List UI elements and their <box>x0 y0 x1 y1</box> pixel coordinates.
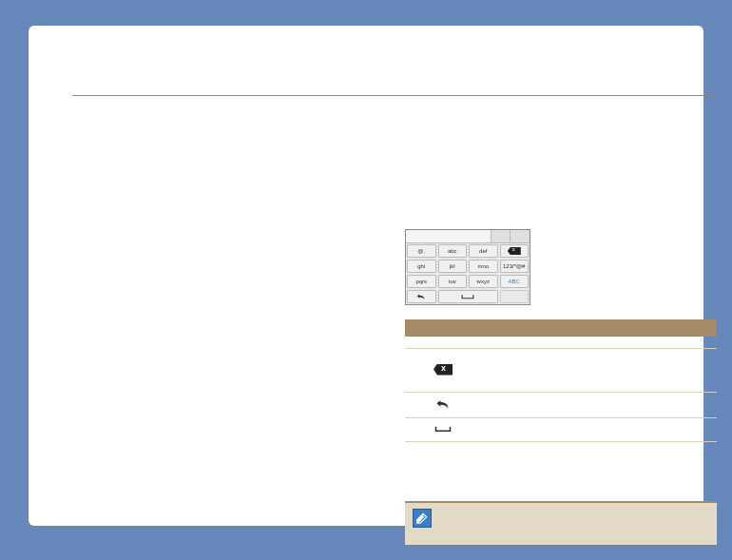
table-desc-cell <box>481 418 717 442</box>
keypad-figure: @.abcdefghijklmno123/*@#pqrstuvwxyzABC <box>405 229 530 305</box>
key-: @. <box>407 244 436 258</box>
key-description-table <box>405 319 717 442</box>
table-header-row <box>405 319 717 337</box>
key-space-icon <box>438 290 498 303</box>
key-tuv: tuv <box>438 275 468 288</box>
key-wxyz: wxyz <box>469 275 498 288</box>
table-desc-cell <box>481 393 717 418</box>
key-abc: abc <box>438 244 468 258</box>
table-row <box>405 418 717 442</box>
keypad-display-row <box>406 230 530 243</box>
key-backspace-icon <box>500 244 530 258</box>
table-row <box>405 337 717 349</box>
document-page: @.abcdefghijklmno123/*@#pqrstuvwxyzABC <box>29 26 703 526</box>
key-undo-icon <box>407 290 436 303</box>
keypad-top-cell <box>491 230 510 242</box>
table-desc-cell <box>481 337 717 349</box>
table-header-desc <box>481 319 717 337</box>
key-pqrs: pqrs <box>407 275 436 288</box>
note-icon <box>413 509 432 528</box>
key-ABC: ABC <box>500 275 530 288</box>
key-empty <box>500 290 530 303</box>
table-row <box>405 349 717 393</box>
note-bar <box>405 501 717 545</box>
keypad-input-field <box>406 230 491 242</box>
table-desc-cell <box>481 349 717 393</box>
key-ghi: ghi <box>407 260 436 273</box>
key-mno: mno <box>469 260 498 273</box>
keypad-top-cell <box>510 230 530 242</box>
key-def: def <box>469 244 498 258</box>
space-icon <box>405 418 481 442</box>
backspace-icon <box>405 349 481 393</box>
undo-icon <box>405 393 481 418</box>
table-row <box>405 393 717 418</box>
table-header-key <box>405 319 481 337</box>
key-jkl: jkl <box>438 260 468 273</box>
table-key-cell <box>405 337 481 349</box>
key-123: 123/*@# <box>500 260 530 273</box>
divider <box>72 95 717 96</box>
